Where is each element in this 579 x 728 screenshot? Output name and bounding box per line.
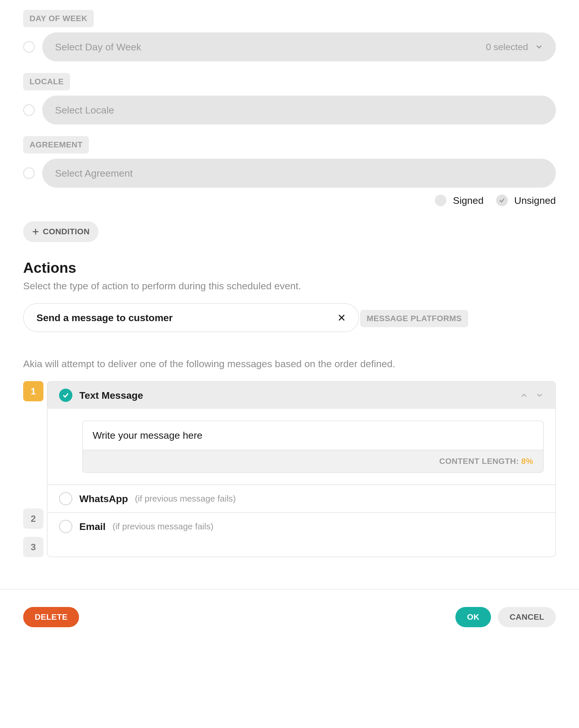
plus-icon bbox=[32, 228, 40, 235]
platform-row-email: Email (if previous message fails) bbox=[48, 512, 555, 540]
platform-toggle-on-icon[interactable] bbox=[59, 389, 72, 402]
platform-row-whatsapp: WhatsApp (if previous message fails) bbox=[48, 485, 555, 512]
checkbox-unchecked-icon bbox=[435, 194, 446, 206]
add-condition-label: CONDITION bbox=[43, 227, 90, 236]
content-length-value: 8% bbox=[521, 457, 533, 466]
platform-name: WhatsApp bbox=[79, 493, 128, 504]
message-input[interactable]: Write your message here bbox=[83, 421, 543, 450]
actions-title: Actions bbox=[23, 259, 556, 276]
agreement-enable-toggle[interactable] bbox=[23, 167, 35, 179]
agreement-signed-label: Signed bbox=[453, 195, 483, 206]
platform-header-whatsapp[interactable]: WhatsApp (if previous message fails) bbox=[48, 485, 555, 512]
agreement-unsigned-label: Unsigned bbox=[514, 195, 556, 206]
locale-label: LOCALE bbox=[23, 73, 70, 90]
agreement-label: AGREEMENT bbox=[23, 136, 89, 154]
platform-order-badge: 3 bbox=[23, 537, 44, 557]
actions-subtitle: Select the type of action to perform dur… bbox=[23, 280, 556, 292]
agreement-field: AGREEMENT Select Agreement Signed Unsign… bbox=[23, 136, 556, 206]
day-of-week-label: DAY OF WEEK bbox=[23, 10, 94, 27]
locale-select[interactable]: Select Locale bbox=[42, 96, 556, 125]
platform-order-badge: 1 bbox=[23, 381, 44, 401]
locale-placeholder: Select Locale bbox=[55, 105, 114, 116]
day-of-week-placeholder: Select Day of Week bbox=[55, 42, 141, 53]
locale-field: LOCALE Select Locale bbox=[23, 73, 556, 125]
message-platforms-label: MESSAGE PLATFORMS bbox=[360, 310, 468, 327]
platform-toggle-off-icon[interactable] bbox=[59, 520, 72, 533]
delete-button[interactable]: DELETE bbox=[23, 607, 79, 627]
agreement-placeholder: Select Agreement bbox=[55, 168, 133, 179]
selected-action-label: Send a message to customer bbox=[36, 312, 173, 323]
agreement-select[interactable]: Select Agreement bbox=[42, 159, 556, 188]
message-platforms-desc: Akia will attempt to deliver one of the … bbox=[23, 358, 556, 369]
close-icon[interactable] bbox=[338, 314, 346, 322]
platform-header-text-message[interactable]: Text Message bbox=[48, 382, 555, 409]
platform-name: Text Message bbox=[79, 390, 143, 401]
chevron-down-icon bbox=[535, 43, 543, 51]
footer-divider bbox=[0, 589, 579, 590]
selected-action-chip[interactable]: Send a message to customer bbox=[23, 303, 359, 332]
day-of-week-selected-count: 0 selected bbox=[486, 42, 528, 52]
day-of-week-enable-toggle[interactable] bbox=[23, 41, 35, 53]
platform-order-badge: 2 bbox=[23, 509, 44, 529]
platform-toggle-off-icon[interactable] bbox=[59, 492, 72, 505]
platform-fallback-hint: (if previous message fails) bbox=[113, 522, 213, 531]
day-of-week-field: DAY OF WEEK Select Day of Week 0 selecte… bbox=[23, 10, 556, 61]
checkbox-checked-icon bbox=[496, 194, 508, 206]
agreement-unsigned-option[interactable]: Unsigned bbox=[496, 194, 556, 206]
platform-row-text-message: Text Message Write your message here bbox=[48, 382, 555, 485]
platform-header-email[interactable]: Email (if previous message fails) bbox=[48, 513, 555, 540]
agreement-signed-option[interactable]: Signed bbox=[435, 194, 483, 206]
platform-name: Email bbox=[79, 521, 106, 532]
platform-fallback-hint: (if previous message fails) bbox=[135, 494, 236, 503]
ok-button[interactable]: OK bbox=[455, 607, 491, 627]
day-of-week-select[interactable]: Select Day of Week 0 selected bbox=[42, 32, 556, 61]
add-condition-button[interactable]: CONDITION bbox=[23, 221, 99, 242]
move-down-icon[interactable] bbox=[535, 391, 544, 399]
locale-enable-toggle[interactable] bbox=[23, 104, 35, 116]
content-length-footer: CONTENT LENGTH: 8% bbox=[83, 450, 543, 472]
cancel-button[interactable]: CANCEL bbox=[498, 607, 556, 627]
move-up-icon[interactable] bbox=[520, 391, 528, 399]
content-length-label: CONTENT LENGTH: bbox=[439, 457, 519, 466]
